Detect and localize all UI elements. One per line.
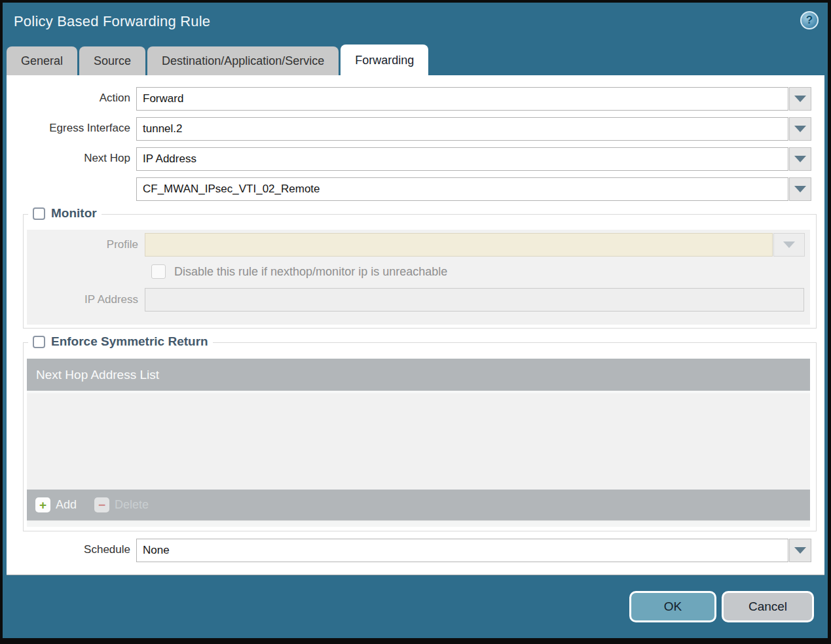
monitor-title: Monitor bbox=[51, 206, 97, 221]
action-dropdown-button[interactable] bbox=[789, 87, 811, 111]
symmetric-return-checkbox[interactable] bbox=[33, 336, 45, 348]
tab-forwarding[interactable]: Forwarding bbox=[341, 45, 428, 75]
help-icon[interactable]: ? bbox=[800, 11, 819, 29]
table-toolbar: + Add − Delete bbox=[27, 490, 810, 520]
pbf-rule-dialog: Policy Based Forwarding Rule ? General S… bbox=[0, 0, 831, 644]
forwarding-tab-panel: Action Forward Egress Interface tunnel.2… bbox=[7, 75, 824, 575]
symmetric-return-legend: Enforce Symmetric Return bbox=[28, 334, 213, 349]
profile-label: Profile bbox=[27, 233, 145, 251]
tab-bar: General Source Destination/Application/S… bbox=[3, 45, 828, 75]
next-hop-address-label bbox=[7, 177, 136, 182]
next-hop-dropdown-button[interactable] bbox=[789, 147, 811, 171]
schedule-combo: None bbox=[136, 539, 811, 562]
next-hop-address-value[interactable]: CF_MWAN_IPsec_VTI_02_Remote bbox=[136, 177, 788, 201]
tab-general[interactable]: General bbox=[7, 46, 77, 75]
profile-value[interactable] bbox=[145, 233, 773, 257]
action-value[interactable]: Forward bbox=[136, 87, 788, 111]
cancel-button[interactable]: Cancel bbox=[722, 591, 814, 622]
table-body bbox=[27, 391, 810, 490]
disable-rule-row: Disable this rule if nexthop/monitor ip … bbox=[27, 264, 810, 279]
title-bar: Policy Based Forwarding Rule ? bbox=[3, 3, 828, 45]
egress-interface-dropdown-button[interactable] bbox=[789, 117, 811, 141]
monitor-section: Monitor Profile Disable this rule if nex… bbox=[23, 214, 817, 329]
dialog-title: Policy Based Forwarding Rule bbox=[14, 13, 210, 30]
monitor-ip-value[interactable] bbox=[145, 288, 804, 312]
table-header: Next Hop Address List bbox=[27, 359, 810, 391]
add-button[interactable]: + Add bbox=[35, 497, 77, 512]
egress-interface-combo: tunnel.2 bbox=[136, 117, 811, 141]
disable-rule-label: Disable this rule if nexthop/monitor ip … bbox=[174, 265, 447, 279]
schedule-dropdown-button[interactable] bbox=[789, 539, 811, 562]
delete-button[interactable]: − Delete bbox=[94, 497, 149, 512]
add-button-label: Add bbox=[56, 498, 77, 512]
next-hop-value[interactable]: IP Address bbox=[136, 147, 788, 171]
monitor-panel: Profile Disable this rule if nexthop/mon… bbox=[27, 230, 810, 325]
delete-button-label: Delete bbox=[115, 498, 149, 512]
dialog-footer: OK Cancel bbox=[3, 575, 828, 638]
schedule-value[interactable]: None bbox=[136, 539, 788, 562]
chevron-down-icon bbox=[794, 186, 806, 192]
ok-button[interactable]: OK bbox=[629, 591, 716, 622]
next-hop-label: Next Hop bbox=[7, 147, 136, 165]
schedule-label: Schedule bbox=[7, 539, 136, 556]
next-hop-address-list-column-header: Next Hop Address List bbox=[36, 368, 159, 382]
tab-source[interactable]: Source bbox=[79, 46, 145, 75]
chevron-down-icon bbox=[783, 241, 795, 248]
plus-icon: + bbox=[35, 497, 50, 512]
egress-interface-row: Egress Interface tunnel.2 bbox=[7, 117, 824, 141]
table-bottom-strip bbox=[27, 520, 810, 527]
disable-rule-checkbox[interactable] bbox=[151, 264, 166, 279]
egress-interface-label: Egress Interface bbox=[7, 117, 136, 135]
egress-interface-value[interactable]: tunnel.2 bbox=[136, 117, 788, 141]
action-combo: Forward bbox=[136, 87, 811, 111]
monitor-legend: Monitor bbox=[28, 206, 102, 221]
action-row: Action Forward bbox=[7, 87, 824, 111]
chevron-down-icon bbox=[794, 156, 806, 162]
minus-icon: − bbox=[94, 497, 109, 512]
next-hop-address-combo: CF_MWAN_IPsec_VTI_02_Remote bbox=[136, 177, 811, 201]
schedule-row: Schedule None bbox=[7, 539, 824, 562]
monitor-profile-row: Profile bbox=[27, 233, 810, 257]
next-hop-combo: IP Address bbox=[136, 147, 811, 171]
tab-destination-application-service[interactable]: Destination/Application/Service bbox=[147, 46, 339, 75]
chevron-down-icon bbox=[794, 126, 806, 132]
next-hop-row: Next Hop IP Address bbox=[7, 147, 824, 171]
monitor-checkbox[interactable] bbox=[33, 207, 45, 220]
monitor-ip-row: IP Address bbox=[27, 288, 810, 312]
profile-dropdown-button[interactable] bbox=[773, 233, 805, 257]
symmetric-return-title: Enforce Symmetric Return bbox=[51, 334, 208, 349]
enforce-symmetric-return-section: Enforce Symmetric Return Next Hop Addres… bbox=[23, 342, 817, 531]
next-hop-address-list-table: Next Hop Address List + Add − Delete bbox=[27, 359, 810, 527]
next-hop-address-dropdown-button[interactable] bbox=[789, 177, 811, 201]
next-hop-address-row: CF_MWAN_IPsec_VTI_02_Remote bbox=[7, 177, 824, 201]
chevron-down-icon bbox=[794, 547, 806, 554]
action-label: Action bbox=[7, 87, 136, 105]
chevron-down-icon bbox=[794, 96, 806, 102]
monitor-ip-label: IP Address bbox=[27, 288, 145, 306]
